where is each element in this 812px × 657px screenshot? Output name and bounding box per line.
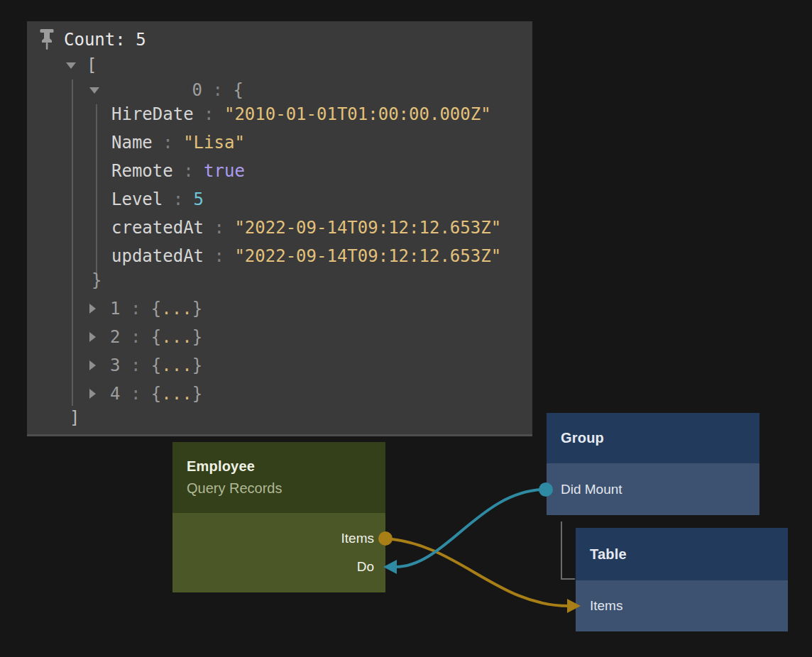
field-value: true	[204, 161, 245, 181]
tree-item-4-collapsed[interactable]: 4 : {...}	[89, 380, 202, 408]
port-items-input[interactable]: Items	[576, 580, 788, 631]
colon-separator: :	[194, 104, 224, 124]
chevron-right-icon[interactable]	[89, 304, 96, 314]
colon-separator: :	[173, 161, 204, 181]
colon-separator: :	[120, 299, 150, 319]
colon-separator: :	[204, 246, 234, 266]
wire-items-to-items[interactable]	[385, 539, 569, 606]
chevron-down-icon[interactable]	[89, 87, 99, 94]
tree-root-row: [	[66, 51, 97, 79]
node-header[interactable]: Group	[547, 413, 759, 463]
field-key: createdAt	[111, 218, 204, 238]
port-did-mount-output[interactable]: Did Mount	[547, 463, 759, 515]
tree-field-level: Level : 5	[111, 185, 204, 214]
open-brace: {	[151, 355, 161, 375]
colon-separator: :	[153, 133, 183, 153]
field-value: "2022-09-14T09:12:12.653Z"	[234, 246, 501, 266]
close-brace: }	[192, 355, 202, 375]
tree-field-name: Name : "Lisa"	[111, 128, 245, 157]
port-do-input[interactable]: Do	[172, 553, 385, 581]
colon-separator: :	[202, 80, 233, 100]
node-header[interactable]: Employee Query Records	[172, 442, 385, 513]
close-bracket: ]	[70, 408, 79, 428]
field-value: "2022-09-14T09:12:12.653Z"	[234, 218, 501, 238]
tree-item-1-collapsed[interactable]: 1 : {...}	[89, 294, 202, 323]
open-brace: {	[151, 299, 161, 319]
ellipsis: ...	[161, 355, 192, 375]
node-employee-query-records[interactable]: Employee Query Records Items Do	[172, 442, 385, 592]
colon-separator: :	[120, 355, 150, 375]
pin-icon[interactable]	[39, 29, 55, 50]
group-table-hierarchy-line	[561, 521, 575, 579]
chevron-right-icon[interactable]	[89, 332, 96, 342]
open-bracket: [	[87, 55, 97, 75]
colon-separator: :	[120, 327, 150, 347]
item-index: 1	[110, 299, 120, 319]
node-canvas: Count: 5 [ 0 : { HireDate : "2010-01-01T…	[0, 0, 812, 657]
port-items-output[interactable]: Items	[172, 524, 385, 553]
close-brace: }	[192, 327, 202, 347]
open-brace: {	[151, 384, 161, 404]
node-header[interactable]: Table	[576, 528, 788, 580]
field-key: Name	[111, 133, 153, 153]
node-title: Employee	[187, 456, 385, 477]
tree-indent-guide	[96, 104, 97, 275]
field-value: "Lisa"	[183, 133, 245, 153]
tree-item-3-collapsed[interactable]: 3 : {...}	[89, 351, 202, 380]
tree-item-0-close: }	[92, 266, 102, 294]
tree-item-2-collapsed[interactable]: 2 : {...}	[89, 323, 202, 351]
item-index: 2	[110, 327, 120, 347]
item-index: 4	[110, 384, 120, 404]
close-brace: }	[192, 299, 202, 319]
count-label: Count: 5	[64, 30, 146, 50]
ellipsis: ...	[161, 327, 192, 347]
chevron-right-icon[interactable]	[89, 389, 96, 399]
field-key: Level	[111, 189, 163, 209]
tree-field-createdat: createdAt : "2022-09-14T09:12:12.653Z"	[111, 214, 501, 242]
open-brace: {	[233, 80, 243, 100]
close-brace: }	[192, 384, 202, 404]
inspector-header: Count: 5	[39, 26, 146, 54]
node-title: Group	[561, 430, 759, 446]
ellipsis: ...	[161, 299, 192, 319]
data-inspector-panel: Count: 5 [ 0 : { HireDate : "2010-01-01T…	[27, 21, 532, 436]
field-key: HireDate	[111, 104, 194, 124]
field-key: Remote	[111, 161, 173, 181]
tree-field-hiredate: HireDate : "2010-01-01T01:00:00.000Z"	[111, 100, 491, 128]
ellipsis: ...	[161, 384, 192, 404]
field-key: updatedAt	[111, 246, 204, 266]
tree-field-remote: Remote : true	[111, 157, 245, 185]
node-table[interactable]: Table Items	[576, 528, 788, 631]
chevron-right-icon[interactable]	[89, 360, 96, 370]
colon-separator: :	[204, 218, 234, 238]
wire-didmount-to-do[interactable]	[395, 490, 546, 567]
node-body: Items Do	[172, 513, 385, 592]
node-group[interactable]: Group Did Mount	[547, 413, 759, 515]
field-value: 5	[194, 189, 204, 209]
chevron-down-icon[interactable]	[66, 62, 76, 69]
node-subtitle: Query Records	[187, 477, 385, 499]
tree-indent-guide	[72, 79, 73, 406]
item-index: 3	[110, 355, 120, 375]
tree-field-updatedat: updatedAt : "2022-09-14T09:12:12.653Z"	[111, 242, 501, 270]
open-brace: {	[151, 327, 161, 347]
node-title: Table	[590, 546, 788, 563]
colon-separator: :	[120, 384, 150, 404]
tree-root-close: ]	[70, 404, 79, 432]
field-value: "2010-01-01T01:00:00.000Z"	[224, 104, 491, 124]
item-index: 0	[192, 80, 202, 100]
colon-separator: :	[163, 189, 193, 209]
close-brace: }	[92, 270, 102, 290]
